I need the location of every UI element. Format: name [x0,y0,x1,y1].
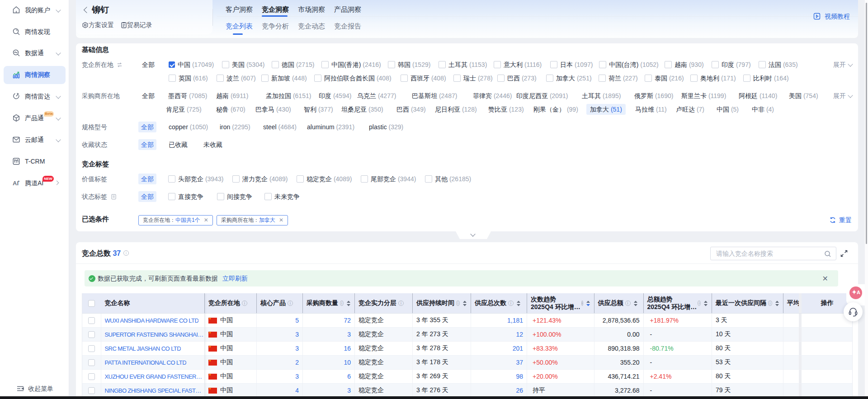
svg-text:AI: AI [13,180,19,187]
